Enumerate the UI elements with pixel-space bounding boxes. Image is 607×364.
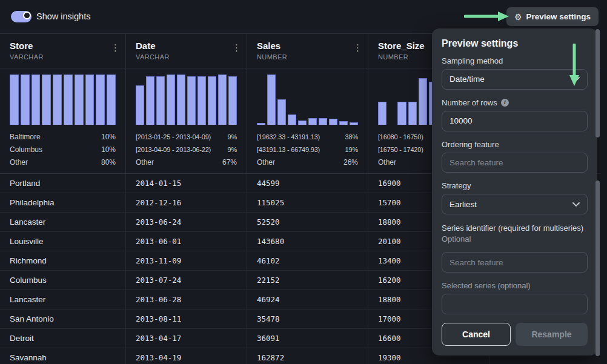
histogram-bar xyxy=(197,76,206,125)
cell-value: 2013-04-17 xyxy=(136,334,181,343)
cell-value: Columbus xyxy=(10,276,47,285)
column-stats: Baltimore10%Columbus10%Other80% xyxy=(10,130,116,168)
histogram-bar xyxy=(177,74,185,125)
strategy-value: Earliest xyxy=(449,200,477,209)
table-cell: 2013-04-17 xyxy=(126,329,247,348)
table-cell: 2014-01-15 xyxy=(126,174,247,193)
stat-row: Other26% xyxy=(257,156,358,168)
histogram xyxy=(136,74,237,125)
preview-settings-button-label: Preview settings xyxy=(526,12,591,21)
table-cell: 115025 xyxy=(247,193,368,212)
histogram-bar xyxy=(218,74,227,125)
stat-label: Other xyxy=(10,158,28,167)
histogram-bar xyxy=(267,74,276,125)
resample-button[interactable]: Resample xyxy=(516,323,588,346)
scrollbar-thumb-top[interactable] xyxy=(595,29,600,137)
stat-row: [43191.13 - 66749.93)19% xyxy=(257,143,358,156)
cell-value: 52520 xyxy=(257,217,280,227)
column-stats: [19632.33 - 43191.13)38%[43191.13 - 6674… xyxy=(257,130,358,168)
cell-value: 2013-06-01 xyxy=(136,237,181,246)
table-cell: Philadelphia xyxy=(0,193,126,212)
column-name: Store xyxy=(10,41,116,51)
cell-value: 35478 xyxy=(257,314,280,323)
cancel-button[interactable]: Cancel xyxy=(442,323,511,346)
stat-percentage: 80% xyxy=(101,158,116,167)
cell-value: 115025 xyxy=(257,198,284,207)
stat-label: Baltimore xyxy=(10,133,41,141)
column-menu-icon[interactable]: ⋮ xyxy=(353,42,362,53)
toggle-knob xyxy=(23,12,31,19)
series-identifier-label-text: Series identifier (required for multiser… xyxy=(442,223,583,233)
cell-value: 36091 xyxy=(257,334,280,343)
cell-value: Louisville xyxy=(10,237,44,246)
annotation-arrow-right-icon xyxy=(464,10,510,22)
stat-label: [43191.13 - 66749.93) xyxy=(257,146,320,153)
table-cell: 22152 xyxy=(247,271,368,290)
stat-percentage: 38% xyxy=(345,133,358,141)
number-of-rows-input[interactable] xyxy=(442,111,588,131)
table-cell: 2012-12-16 xyxy=(126,193,247,212)
scrollbar-track xyxy=(600,0,607,364)
table-cell: 52520 xyxy=(247,213,368,231)
info-icon[interactable]: i xyxy=(501,99,509,107)
histogram-bar xyxy=(53,74,62,125)
number-of-rows-label: Number of rows i xyxy=(442,98,588,107)
cell-value: 19300 xyxy=(378,353,401,362)
cell-value: 2014-01-15 xyxy=(136,179,181,188)
data-preview-screen: Show insights ⚙ Preview settings StoreVA… xyxy=(0,0,607,364)
stat-label: Other xyxy=(136,158,154,167)
stat-row: [2013-01-25 - 2013-04-09)9% xyxy=(136,130,237,143)
cell-value: 162872 xyxy=(257,353,284,362)
stat-row: Columbus10% xyxy=(10,143,116,156)
show-insights-toggle[interactable] xyxy=(11,11,32,22)
selected-series-input[interactable] xyxy=(442,294,588,314)
histogram-bar xyxy=(167,74,175,125)
column-menu-icon[interactable]: ⋮ xyxy=(111,42,120,53)
column-insight-sales: [19632.33 - 43191.13)38%[43191.13 - 6674… xyxy=(247,68,368,173)
column-type: NUMBER xyxy=(257,53,358,61)
cell-value: Lancaster xyxy=(10,295,45,304)
ordering-feature-input[interactable] xyxy=(442,153,588,173)
scrollbar-thumb-bottom[interactable] xyxy=(595,180,600,356)
column-insight-store: Baltimore10%Columbus10%Other80% xyxy=(0,68,126,173)
histogram xyxy=(257,74,358,125)
histogram-bar xyxy=(146,76,154,125)
series-identifier-input[interactable] xyxy=(442,252,588,273)
table-cell: 2013-11-09 xyxy=(126,251,247,270)
cell-value: 2013-04-19 xyxy=(136,353,181,362)
histogram-bar xyxy=(75,74,84,125)
stat-label: [2013-01-25 - 2013-04-09) xyxy=(136,133,211,141)
stat-percentage: 10% xyxy=(101,133,116,141)
cell-value: 18800 xyxy=(378,217,401,227)
column-menu-icon[interactable]: ⋮ xyxy=(232,42,241,53)
ordering-feature-label: Ordering feature xyxy=(442,140,588,149)
column-name: Date xyxy=(136,41,237,51)
sampling-method-select[interactable]: Date/time xyxy=(442,69,588,90)
histogram-bar xyxy=(107,74,116,125)
strategy-select[interactable]: Earliest xyxy=(442,194,588,214)
table-cell: 2013-04-19 xyxy=(126,348,247,364)
chevron-down-icon xyxy=(572,202,580,207)
stat-label: [2013-04-09 - 2013-06-22) xyxy=(136,146,211,153)
table-cell: 35478 xyxy=(247,309,368,328)
stat-percentage: 10% xyxy=(101,145,116,154)
stat-percentage: 19% xyxy=(345,146,358,153)
stat-percentage: 9% xyxy=(228,146,237,153)
stat-label: Other xyxy=(257,158,275,167)
column-header-sales: SalesNUMBER⋮ xyxy=(247,34,368,68)
cell-value: 2013-08-11 xyxy=(136,314,181,323)
cell-value: 16900 xyxy=(378,179,401,188)
histogram-bar xyxy=(10,74,19,125)
column-name: Sales xyxy=(257,41,358,51)
table-cell: 46924 xyxy=(247,290,368,309)
cell-value: 143680 xyxy=(257,237,284,246)
strategy-label: Strategy xyxy=(442,181,588,190)
histogram-bar xyxy=(339,121,348,125)
table-cell: 162872 xyxy=(247,348,368,364)
selected-series-label: Selected series (optional) xyxy=(442,281,588,290)
histogram-bar xyxy=(329,119,337,125)
cell-value: San Antonio xyxy=(10,314,54,323)
cell-value: 2012-12-16 xyxy=(136,198,181,207)
popover-title: Preview settings xyxy=(442,38,588,49)
preview-settings-button[interactable]: ⚙ Preview settings xyxy=(506,7,599,26)
